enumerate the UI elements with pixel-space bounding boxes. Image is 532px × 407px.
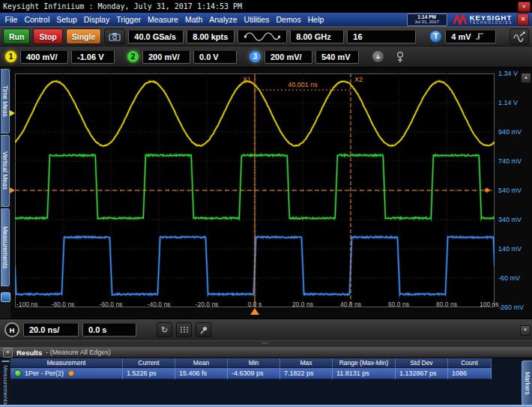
delay-readout[interactable]: 0.0 s (82, 323, 136, 337)
max-cell: 7.1822 ps (280, 368, 333, 379)
acquire-clock-button[interactable]: ↻ (157, 322, 172, 337)
window-close-button[interactable]: ✕ (518, 1, 531, 12)
results-table-header-row: Measurement Current Mean Min Max Range (… (10, 358, 522, 368)
t-axis-label: -20.0 ns (196, 301, 219, 308)
results-panel: ✕ Results - (Measure All Edges) Measurem… (0, 347, 532, 407)
col-count: Count (448, 358, 492, 368)
channel-2-button[interactable]: 2 (127, 50, 139, 63)
measurements-panel-icon[interactable] (1, 361, 10, 362)
v-axis-label: 940 mV (498, 128, 531, 136)
tab-markers[interactable]: Markers (522, 361, 532, 406)
channel-3-scale[interactable]: 200 mV/ (265, 50, 312, 64)
trigger-level-readout[interactable]: 4 mV (445, 30, 496, 43)
measurements-side-strip: Measurements (0, 358, 10, 405)
results-table: Measurement Current Mean Min Max Range (… (10, 358, 522, 379)
menu-display[interactable]: Display (80, 13, 112, 26)
svg-text:40.001 ns: 40.001 ns (288, 81, 318, 88)
circular-arrow-icon: ↻ (161, 325, 168, 335)
channel-1-button[interactable]: 1 (4, 50, 17, 63)
v-axis-label: 340 mV (498, 216, 531, 223)
title-bar: Keysight Infiniium : Monday, July 31, 20… (0, 0, 532, 13)
tab-vertical-meas[interactable]: Vertical Meas (1, 135, 10, 207)
measurement-name: 1Per - Per(2) (25, 370, 64, 377)
measurement-name-cell: 1Per - Per(2) (10, 368, 123, 379)
v-axis-label: -260 mV (498, 304, 531, 311)
timebase-readout[interactable]: 20.0 ns/ (23, 323, 79, 337)
tab-measurements[interactable]: Measurements (1, 208, 10, 286)
t-axis-label: -80.0 ns (52, 301, 75, 308)
measurement-row[interactable]: 1Per - Per(2) 1.5226 ps 15.406 fs -4.630… (10, 368, 522, 379)
app-exit-button[interactable]: ✕ (517, 13, 529, 25)
menu-measure[interactable]: Measure (145, 13, 182, 26)
close-results-button[interactable]: ✕ (3, 348, 13, 358)
averaging-readout[interactable]: 16 (347, 30, 416, 43)
pin-annotation-button[interactable] (196, 322, 211, 337)
channel-1-offset[interactable]: -1.06 V (71, 50, 115, 64)
acquisition-mode-button[interactable] (238, 30, 287, 43)
channel-2-scale[interactable]: 200 mV/ (142, 50, 190, 64)
svg-text:X2: X2 (354, 76, 363, 83)
menu-setup[interactable]: Setup (53, 13, 80, 26)
waveform-display-area: Time Meas Vertical Meas Measurements X1X… (0, 67, 532, 319)
scroll-up-button[interactable]: ▲ (521, 73, 531, 83)
camera-button[interactable] (104, 28, 125, 44)
waveform-edit-icon (513, 31, 525, 42)
menu-trigger[interactable]: Trigger (113, 13, 145, 26)
v-axis-label: -60 mV (498, 274, 531, 282)
measurements-drawer-icon[interactable] (1, 292, 10, 302)
trigger-source-button[interactable]: T (429, 30, 442, 43)
scroll-down-button[interactable]: ▼ (520, 325, 531, 336)
menu-analyze[interactable]: Analyze (206, 13, 241, 26)
stop-button[interactable]: Stop (33, 28, 62, 44)
menu-demos[interactable]: Demos (273, 13, 304, 26)
dot-grid-icon (180, 326, 189, 334)
v-axis-label: 740 mV (498, 157, 531, 165)
probe-button[interactable] (391, 49, 409, 64)
col-current: Current (123, 358, 175, 368)
timebase-bar: H 20.0 ns/ 0.0 s ↻ ▼ (0, 319, 532, 340)
channel-3-offset[interactable]: 540 mV (315, 50, 359, 64)
memory-depth-readout[interactable]: 8.00 kpts (187, 30, 235, 43)
menu-help[interactable]: Help (304, 13, 327, 26)
channel-1-scale[interactable]: 400 mV/ (20, 50, 68, 64)
waveform-mode-icon (244, 31, 281, 42)
horizontal-button[interactable]: H (4, 322, 19, 337)
trigger-edge-icon (475, 32, 484, 40)
col-measurement: Measurement (10, 358, 123, 368)
camera-icon (109, 32, 121, 41)
run-button[interactable]: Run (3, 28, 30, 44)
left-tab-strip: Time Meas Vertical Meas Measurements (0, 67, 10, 319)
t-axis-label: -60.0 ns (100, 301, 123, 308)
v-axis-label: 1.14 V (498, 99, 531, 106)
menu-utilities[interactable]: Utilities (241, 13, 273, 26)
grid-display-button[interactable] (176, 322, 192, 337)
analyze-waveform-button[interactable] (510, 28, 529, 45)
single-button[interactable]: Single (66, 28, 102, 44)
tab-time-meas[interactable]: Time Meas (1, 69, 10, 133)
col-min: Min (228, 358, 280, 368)
window-title: Keysight Infiniium : Monday, July 31, 20… (3, 2, 242, 10)
menu-bar: File Control Setup Display Trigger Measu… (0, 13, 532, 26)
measurement-status-icon (14, 370, 22, 377)
bandwidth-readout[interactable]: 8.00 GHz (290, 30, 344, 43)
pin-icon (199, 325, 208, 334)
v-axis-label: 540 mV (498, 187, 531, 194)
channel-2-offset[interactable]: 0.0 V (193, 50, 237, 64)
menu-file[interactable]: File (1, 13, 21, 26)
mean-cell: 15.406 fs (175, 368, 228, 379)
panel-splitter[interactable]: ⋯ (0, 340, 532, 347)
current-cell: 1.5226 ps (123, 368, 175, 379)
results-subtitle: - (Measure All Edges) (46, 349, 111, 356)
add-waveform-button[interactable]: + (372, 51, 384, 62)
sample-rate-readout[interactable]: 40.0 GSa/s (128, 30, 184, 43)
clock-date: Jul 31, 2017 (414, 19, 439, 24)
channel-1-ground-marker[interactable] (10, 110, 15, 116)
trigger-level-marker[interactable] (10, 187, 15, 193)
results-header: ✕ Results - (Measure All Edges) (0, 347, 532, 358)
menu-math[interactable]: Math (181, 13, 205, 26)
menu-control[interactable]: Control (21, 13, 53, 26)
min-cell: -4.6309 ps (228, 368, 280, 379)
waveform-plot[interactable]: X1X240.001 ns✱ (15, 73, 495, 307)
channel-3-button[interactable]: 3 (249, 50, 262, 63)
trigger-time-marker[interactable] (250, 308, 259, 315)
